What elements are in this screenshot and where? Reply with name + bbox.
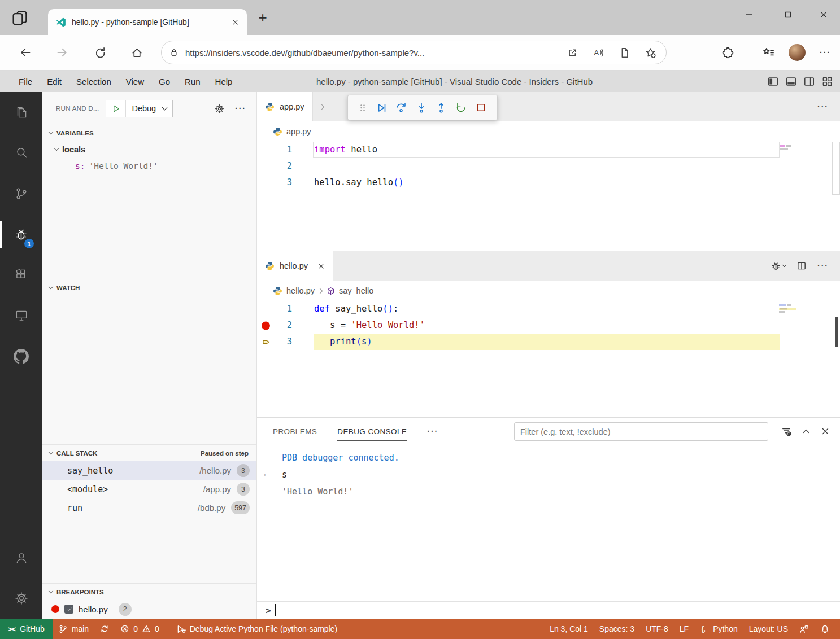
toggle-sidebar-icon[interactable] [767, 76, 779, 87]
toolbar-drag-handle[interactable] [359, 103, 367, 112]
tab-hello-py[interactable]: hello.py [257, 251, 333, 281]
sidebar-more-icon[interactable]: ··· [235, 104, 246, 113]
breadcrumb-file[interactable]: app.py [286, 127, 311, 136]
code-line[interactable]: 3 hello.say_hello() [257, 174, 840, 191]
breakpoint-row[interactable]: hello.py 2 [42, 600, 256, 618]
stack-frame-row[interactable]: <module> /app.py 3 [42, 480, 256, 498]
extensions-icon[interactable] [0, 255, 42, 295]
stack-frame-row[interactable]: say_hello /hello.py 3 [42, 461, 256, 480]
breakpoints-section-header[interactable]: BREAKPOINTS [42, 584, 256, 600]
window-maximize-button[interactable] [775, 2, 801, 27]
debug-status[interactable]: Debug Active Python File (python-sample) [171, 619, 343, 639]
browser-tab[interactable]: hello.py - python-sample [GitHub] [48, 9, 247, 35]
back-icon[interactable] [14, 41, 37, 64]
debug-settings-gear-icon[interactable] [215, 104, 224, 113]
minimap[interactable] [779, 304, 796, 315]
split-editor-icon[interactable] [797, 261, 807, 271]
window-close-button[interactable] [811, 2, 837, 27]
window-minimize-button[interactable] [736, 2, 762, 27]
notifications-bell-icon[interactable] [815, 619, 835, 639]
code-line[interactable]: 2 [257, 158, 840, 174]
breadcrumb-file[interactable]: hello.py [286, 286, 315, 295]
stack-frame-row[interactable]: run /bdb.py 597 [42, 498, 256, 517]
step-over-icon[interactable] [395, 102, 407, 113]
source-control-icon[interactable] [0, 173, 42, 214]
editor-more-icon[interactable]: ··· [817, 102, 829, 111]
menu-help[interactable]: Help [208, 71, 240, 92]
run-or-debug-icon[interactable] [771, 261, 786, 272]
step-out-icon[interactable] [436, 102, 447, 113]
code-editor-hello-py[interactable]: 1 def say_hello(): 2 s = 'Hello World!' … [257, 301, 840, 350]
console-filter-input[interactable] [514, 422, 768, 441]
breakpoint-checkbox[interactable] [64, 605, 73, 614]
url-text[interactable]: https://insiders.vscode.dev/github/dbaeu… [185, 48, 560, 58]
customize-layout-icon[interactable] [821, 76, 833, 87]
menu-selection[interactable]: Selection [69, 71, 119, 92]
toggle-secondary-sidebar-icon[interactable] [803, 76, 815, 87]
debug-console-output[interactable]: PDB debugger connected. →s 'Hello World!… [257, 445, 840, 619]
editor-more-icon[interactable]: ··· [817, 261, 829, 270]
new-tab-button[interactable]: + [253, 8, 272, 27]
variable-row[interactable]: s: 'Hello World!' [42, 157, 256, 174]
search-icon[interactable] [0, 133, 42, 173]
page-icon[interactable] [619, 47, 630, 58]
code-line[interactable]: 3 print(s) [257, 334, 840, 350]
continue-icon[interactable] [376, 102, 387, 113]
indentation[interactable]: Spaces: 3 [594, 619, 640, 639]
eol-sequence[interactable]: LF [674, 619, 694, 639]
menu-view[interactable]: View [119, 71, 151, 92]
collections-icon[interactable] [763, 47, 774, 59]
workspaces-icon[interactable] [8, 6, 32, 30]
callstack-section-header[interactable]: CALL STACK Paused on step [42, 445, 256, 461]
breadcrumb-symbol[interactable]: say_hello [339, 286, 373, 295]
home-icon[interactable] [125, 41, 148, 64]
tab-close-icon[interactable] [229, 16, 241, 28]
scrollbar[interactable] [832, 142, 840, 195]
scope-locals[interactable]: locals [42, 141, 256, 157]
menu-go[interactable]: Go [151, 71, 177, 92]
tab-app-py[interactable]: app.py [257, 92, 313, 121]
tab-close-icon[interactable] [317, 262, 325, 270]
debug-console-input[interactable]: > [257, 601, 840, 619]
read-aloud-icon[interactable]: A [593, 47, 604, 58]
run-and-debug-icon[interactable]: 1 [0, 214, 42, 255]
sync-indicator[interactable] [94, 619, 115, 639]
close-panel-icon[interactable] [821, 427, 830, 436]
stop-icon[interactable] [476, 102, 486, 113]
tab-problems[interactable]: PROBLEMS [273, 418, 317, 445]
launch-config-dropdown[interactable]: Debug [126, 104, 172, 113]
menu-run[interactable]: Run [177, 71, 208, 92]
favorite-add-icon[interactable] [645, 47, 656, 58]
watch-section-header[interactable]: WATCH [42, 279, 256, 296]
feedback-icon[interactable] [794, 619, 815, 639]
cursor-position[interactable]: Ln 3, Col 1 [544, 619, 594, 639]
address-bar[interactable]: https://insiders.vscode.dev/github/dbaeu… [161, 41, 667, 64]
maximize-panel-icon[interactable] [802, 427, 811, 436]
breadcrumb[interactable]: hello.py say_hello [257, 281, 840, 301]
code-line[interactable]: 1 def say_hello(): [257, 301, 840, 317]
breadcrumb[interactable]: app.py [257, 121, 840, 142]
code-editor-app-py[interactable]: 1 import hello 2 3 hello.say_hello() [257, 142, 840, 191]
variables-section-header[interactable]: VARIABLES [42, 125, 256, 141]
filter-icon[interactable] [781, 426, 791, 436]
toggle-panel-icon[interactable] [785, 76, 797, 87]
menu-edit[interactable]: Edit [40, 71, 69, 92]
language-mode[interactable]: { } Python [694, 619, 743, 639]
open-external-icon[interactable] [567, 47, 578, 58]
browser-more-icon[interactable]: ··· [820, 48, 831, 57]
explorer-icon[interactable] [0, 92, 42, 133]
encoding[interactable]: UTF-8 [640, 619, 674, 639]
restart-icon[interactable] [455, 102, 467, 113]
settings-gear-icon[interactable] [0, 578, 42, 619]
github-icon[interactable] [0, 336, 42, 377]
lock-icon[interactable] [169, 48, 179, 57]
branch-indicator[interactable]: main [53, 619, 94, 639]
start-debug-icon[interactable] [106, 100, 126, 117]
keyboard-layout[interactable]: Layout: US [743, 619, 794, 639]
step-into-icon[interactable] [416, 102, 427, 113]
remote-explorer-icon[interactable] [0, 295, 42, 336]
code-line[interactable]: 1 import hello [257, 142, 840, 158]
account-icon[interactable] [0, 537, 42, 578]
remote-indicator[interactable]: >< GitHub [0, 619, 53, 639]
menu-file[interactable]: File [11, 71, 40, 92]
